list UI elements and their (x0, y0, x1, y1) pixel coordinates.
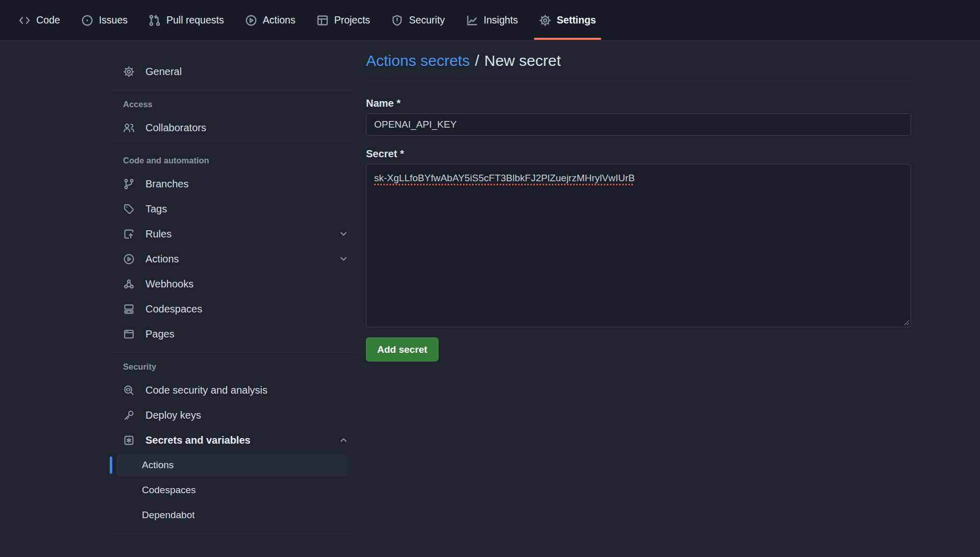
sidebar-section-access: Access (110, 100, 355, 109)
add-secret-button[interactable]: Add secret (366, 337, 438, 361)
sidebar-divider (110, 534, 355, 534)
name-label: Name * (366, 98, 911, 109)
nav-tab-settings[interactable]: Settings (533, 0, 602, 40)
sidebar-item-codespaces[interactable]: Codespaces (110, 298, 355, 320)
secret-value-text: sk-XgLLfoBYfwAbAY5iS5cFT3BlbkFJ2PlZuejrz… (374, 173, 635, 183)
git-pull-request-icon (149, 14, 161, 27)
sidebar-divider (110, 352, 355, 353)
gear-icon (123, 66, 135, 78)
sidebar-item-label: Secrets and variables (145, 434, 251, 446)
sidebar-subitem-codespaces[interactable]: Codespaces (116, 479, 347, 501)
sidebar-subitem-label: Dependabot (142, 510, 195, 521)
settings-sidebar: General Access Collaborators Code and au… (110, 41, 355, 543)
sidebar-item-label: Branches (145, 178, 189, 190)
table-icon (316, 14, 329, 27)
actions-secrets-link[interactable]: Actions secrets (366, 52, 470, 69)
graph-icon (466, 14, 478, 27)
nav-tab-label: Settings (557, 14, 596, 26)
sidebar-item-actions[interactable]: Actions (110, 248, 355, 270)
nav-tab-actions[interactable]: Actions (239, 0, 302, 40)
nav-tab-label: Projects (334, 14, 370, 26)
rules-icon (123, 228, 135, 240)
chevron-up-icon (338, 435, 349, 445)
play-icon (123, 253, 135, 265)
nav-tab-code[interactable]: Code (12, 0, 66, 40)
sidebar-section-code-and-automation: Code and automation (110, 156, 355, 165)
sidebar-section-security: Security (110, 362, 355, 372)
browser-icon (123, 328, 135, 340)
secret-label: Secret * (366, 148, 911, 160)
secret-name-input[interactable] (366, 113, 911, 136)
tag-icon (123, 203, 135, 215)
git-branch-icon (123, 178, 135, 190)
sidebar-item-label: Rules (145, 228, 172, 240)
sidebar-item-label: Collaborators (145, 122, 206, 134)
sidebar-item-tags[interactable]: Tags (110, 198, 355, 220)
sidebar-item-rules[interactable]: Rules (110, 223, 355, 245)
nav-tab-label: Code (36, 14, 60, 26)
page-title: Actions secrets/New secret (366, 52, 911, 81)
nav-tab-issues[interactable]: Issues (75, 0, 134, 40)
sidebar-item-branches[interactable]: Branches (110, 173, 355, 195)
sidebar-item-secrets-and-variables[interactable]: Secrets and variables (110, 429, 355, 451)
page-title-current: New secret (484, 52, 561, 69)
sidebar-divider (110, 90, 355, 90)
breadcrumb-separator: / (475, 52, 479, 69)
sidebar-item-label: Codespaces (145, 303, 202, 315)
nav-tab-label: Security (409, 14, 445, 26)
sidebar-item-general[interactable]: General (110, 60, 355, 83)
gear-icon (539, 14, 551, 27)
sidebar-item-webhooks[interactable]: Webhooks (110, 273, 355, 295)
chevron-down-icon (338, 254, 349, 264)
new-secret-panel: Actions secrets/New secret Name * Secret… (366, 41, 911, 543)
nav-tab-projects[interactable]: Projects (310, 0, 376, 40)
code-scan-icon (123, 384, 135, 396)
codespaces-icon (123, 303, 135, 315)
play-icon (245, 14, 257, 27)
nav-tab-insights[interactable]: Insights (460, 0, 524, 40)
sidebar-item-label: General (145, 66, 182, 78)
sidebar-item-label: Code security and analysis (145, 384, 267, 396)
people-icon (123, 122, 135, 134)
nav-tab-label: Insights (484, 14, 518, 26)
nav-tab-label: Issues (99, 14, 128, 26)
settings-page: General Access Collaborators Code and au… (0, 41, 980, 543)
sidebar-subitem-label: Actions (142, 459, 174, 471)
nav-tab-label: Actions (263, 14, 296, 26)
sidebar-item-pages[interactable]: Pages (110, 323, 355, 345)
sidebar-item-label: Tags (145, 203, 167, 215)
shield-icon (391, 14, 403, 27)
sidebar-item-code-security-and-analysis[interactable]: Code security and analysis (110, 379, 355, 401)
code-icon (18, 14, 31, 27)
chevron-down-icon (338, 229, 349, 239)
nav-tab-pull-requests[interactable]: Pull requests (142, 0, 230, 40)
sidebar-subitem-actions[interactable]: Actions (116, 454, 347, 476)
sidebar-subitem-label: Codespaces (142, 485, 196, 496)
repo-tab-nav: Code Issues Pull requests Actions (0, 0, 980, 41)
sidebar-divider (110, 146, 355, 147)
sidebar-subitem-dependabot[interactable]: Dependabot (116, 504, 347, 526)
issue-opened-icon (81, 14, 93, 27)
sidebar-item-label: Actions (145, 253, 179, 265)
sidebar-item-deploy-keys[interactable]: Deploy keys (110, 404, 355, 426)
sidebar-item-label: Webhooks (145, 278, 193, 290)
secret-value-textarea[interactable]: sk-XgLLfoBYfwAbAY5iS5cFT3BlbkFJ2PlZuejrz… (366, 164, 911, 327)
nav-tab-label: Pull requests (166, 14, 224, 26)
sidebar-item-label: Pages (145, 328, 175, 340)
secrets-icon (123, 434, 135, 446)
sidebar-item-label: Deploy keys (145, 409, 201, 421)
key-icon (123, 409, 135, 421)
webhook-icon (123, 278, 135, 290)
sidebar-item-collaborators[interactable]: Collaborators (110, 116, 355, 139)
nav-tab-security[interactable]: Security (385, 0, 451, 40)
